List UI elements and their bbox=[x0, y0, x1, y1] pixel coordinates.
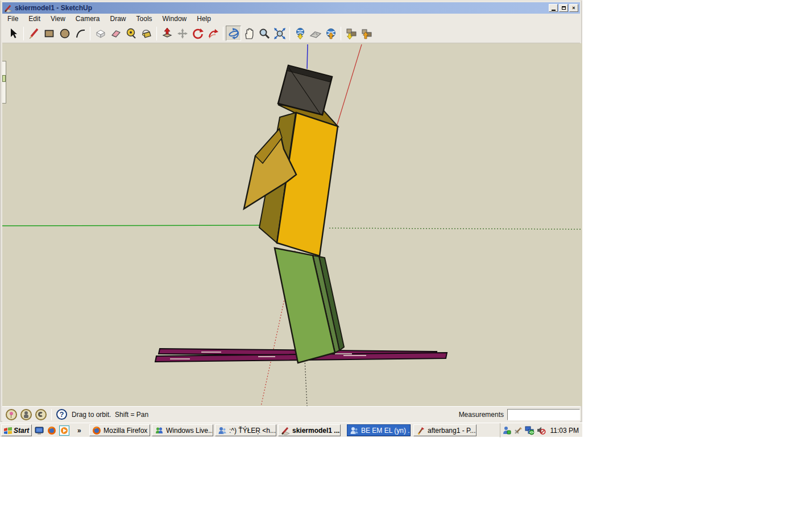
quick-launch-bar: » bbox=[34, 424, 81, 436]
messenger-icon bbox=[218, 426, 227, 435]
task-button-label: skiermodel1 ... bbox=[292, 427, 339, 435]
share-model-tool-icon[interactable] bbox=[359, 26, 374, 41]
task-button-messenger-active[interactable]: BE EM EL (yn) ... bbox=[347, 424, 411, 436]
sketchup-app-icon bbox=[4, 4, 13, 13]
get-current-view-tool-icon[interactable] bbox=[292, 26, 308, 41]
task-button-afterbang[interactable]: afterbang1 - P... bbox=[413, 424, 477, 436]
toolbar-separator bbox=[90, 27, 90, 40]
task-button-messenger-tyler[interactable]: :^) ŤÝŁEŖ <h... bbox=[215, 424, 276, 436]
circle-tool-icon[interactable] bbox=[57, 26, 72, 41]
windows-logo-icon bbox=[3, 427, 13, 435]
red-axis-solid bbox=[337, 44, 362, 125]
sketchup-window: skiermodel1 - SketchUp × File Edit View … bbox=[0, 0, 582, 422]
skier-model-drawing bbox=[2, 43, 582, 406]
sketchup-icon bbox=[281, 426, 290, 435]
task-button-windows-live[interactable]: Windows Live... bbox=[152, 424, 213, 436]
quicklaunch-overflow-chevron[interactable]: » bbox=[77, 427, 81, 435]
task-button-label: BE EM EL (yn) ... bbox=[361, 427, 411, 435]
volume-muted-tray-icon[interactable] bbox=[536, 425, 546, 435]
task-button-label: Windows Live... bbox=[166, 427, 213, 435]
blue-axis-solid bbox=[307, 44, 308, 69]
desktop-screen: skiermodel1 - SketchUp × File Edit View … bbox=[0, 0, 582, 437]
toolbar-separator bbox=[341, 27, 341, 40]
windows-live-icon bbox=[155, 426, 164, 435]
messenger-status-tray-icon[interactable] bbox=[502, 425, 512, 435]
place-model-tool-icon[interactable] bbox=[323, 26, 338, 41]
input-device-tray-icon[interactable] bbox=[513, 425, 523, 435]
make-component-tool-icon[interactable] bbox=[93, 26, 108, 41]
toolbar-separator bbox=[23, 27, 24, 40]
menu-file[interactable]: File bbox=[2, 14, 23, 23]
start-button[interactable]: Start bbox=[1, 424, 32, 436]
menu-bar: File Edit View Camera Draw Tools Window … bbox=[2, 14, 580, 24]
measurements-input[interactable] bbox=[507, 409, 580, 420]
push-pull-tool-icon[interactable] bbox=[159, 26, 175, 41]
zoom-extents-tool-icon[interactable] bbox=[272, 26, 287, 41]
tape-measure-tool-icon[interactable] bbox=[123, 26, 139, 41]
follow-me-tool-icon[interactable] bbox=[205, 26, 221, 41]
close-button[interactable]: × bbox=[569, 4, 578, 12]
firefox-quicklaunch-icon[interactable] bbox=[47, 425, 57, 436]
side-panel-icon bbox=[2, 75, 6, 82]
orbit-tool-icon[interactable] bbox=[226, 26, 241, 41]
measurements-label: Measurements bbox=[459, 411, 504, 419]
arc-tool-icon[interactable] bbox=[72, 26, 88, 41]
menu-window[interactable]: Window bbox=[158, 14, 192, 23]
paint-app-icon bbox=[416, 426, 425, 435]
credit-status-icon[interactable] bbox=[20, 409, 32, 420]
start-label: Start bbox=[14, 427, 29, 435]
menu-tools[interactable]: Tools bbox=[131, 14, 158, 23]
geolocation-status-icon[interactable] bbox=[6, 409, 17, 420]
menu-help[interactable]: Help bbox=[192, 14, 216, 23]
task-button-sketchup[interactable]: skiermodel1 ... bbox=[278, 424, 341, 436]
task-button-firefox[interactable]: Mozilla Firefox bbox=[89, 424, 150, 436]
select-tool-icon[interactable] bbox=[6, 26, 21, 41]
menu-view[interactable]: View bbox=[45, 14, 71, 23]
rectangle-tool-icon[interactable] bbox=[42, 26, 57, 41]
task-button-label: Mozilla Firefox bbox=[103, 427, 147, 435]
menu-camera[interactable]: Camera bbox=[71, 14, 105, 23]
pan-tool-icon[interactable] bbox=[241, 26, 256, 41]
toolbar-separator bbox=[156, 27, 157, 40]
paint-bucket-tool-icon[interactable] bbox=[139, 26, 154, 41]
statusbar-separator bbox=[51, 409, 52, 420]
window-title: skiermodel1 - SketchUp bbox=[15, 4, 548, 12]
system-tray: 11:03 PM bbox=[500, 423, 582, 437]
title-bar[interactable]: skiermodel1 - SketchUp × bbox=[2, 2, 580, 14]
status-hint-text: Drag to orbit. Shift = Pan bbox=[72, 411, 148, 419]
green-axis-solid bbox=[2, 225, 262, 226]
help-question-icon[interactable]: ? bbox=[56, 409, 67, 420]
media-player-icon[interactable] bbox=[59, 425, 69, 436]
toolbar-separator bbox=[223, 27, 223, 40]
green-axis-dotted bbox=[329, 228, 582, 229]
zoom-tool-icon[interactable] bbox=[256, 26, 272, 41]
get-models-tool-icon[interactable] bbox=[343, 26, 359, 41]
network-tray-icon[interactable] bbox=[525, 425, 535, 435]
model-canvas[interactable] bbox=[2, 43, 582, 406]
measurements-group: Measurements bbox=[459, 409, 580, 420]
tool-bar bbox=[2, 24, 580, 43]
restore-button[interactable] bbox=[559, 4, 568, 12]
toolbar-separator bbox=[289, 27, 290, 40]
eraser-tool-icon[interactable] bbox=[108, 26, 123, 41]
menu-draw[interactable]: Draw bbox=[105, 14, 131, 23]
line-tool-icon[interactable] bbox=[26, 26, 42, 41]
menu-edit[interactable]: Edit bbox=[23, 14, 45, 23]
taskbar: Start » Mozilla Firefox Windows Live... … bbox=[0, 423, 582, 437]
move-tool-icon[interactable] bbox=[175, 26, 190, 41]
rotate-tool-icon[interactable] bbox=[190, 26, 205, 41]
toggle-terrain-tool-icon[interactable] bbox=[308, 26, 323, 41]
status-bar: ? Drag to orbit. Shift = Pan Measurement… bbox=[2, 406, 580, 422]
clock: 11:03 PM bbox=[550, 427, 579, 435]
show-desktop-icon[interactable] bbox=[34, 425, 44, 436]
minimize-button[interactable] bbox=[549, 4, 558, 12]
messenger-icon bbox=[350, 426, 359, 435]
task-button-label: afterbang1 - P... bbox=[428, 427, 476, 435]
collapsed-side-panel[interactable] bbox=[2, 61, 6, 104]
claim-status-icon[interactable] bbox=[35, 409, 47, 420]
firefox-icon bbox=[92, 426, 101, 435]
task-button-label: :^) ŤÝŁEŖ <h... bbox=[229, 427, 276, 435]
